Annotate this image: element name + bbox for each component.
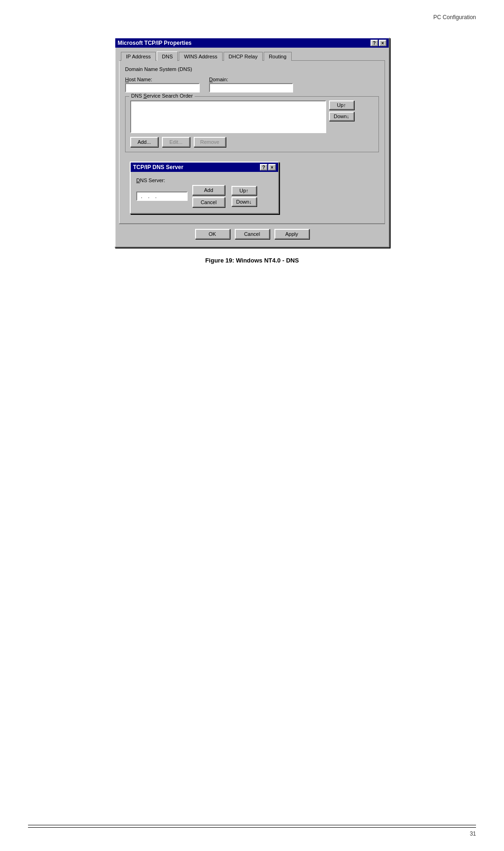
main-content: Microsoft TCP/IP Properties ? × IP Addre…: [114, 37, 390, 264]
sub-up-button[interactable]: Up↑: [231, 186, 257, 195]
main-titlebar: Microsoft TCP/IP Properties ? ×: [115, 38, 389, 48]
host-name-group: Host Name:: [125, 77, 200, 92]
sub-add-button[interactable]: Add: [192, 185, 225, 195]
sub-dialog-left: DNS Server: Add Cancel: [136, 177, 225, 207]
host-domain-row: Host Name: Domain:: [125, 77, 379, 92]
help-button[interactable]: ?: [371, 40, 378, 46]
tab-bar: IP Address DNS WINS Address DHCP Relay R…: [119, 51, 385, 61]
edit-button[interactable]: Edit...: [162, 137, 190, 147]
subdialog-space: TCP/IP DNS Server ? ×: [125, 152, 379, 218]
sub-action-buttons: Add Cancel: [192, 185, 225, 207]
dns-service-group-label: DNS Service Search Order: [129, 93, 195, 99]
sub-down-button[interactable]: Down↓: [231, 197, 257, 206]
dns-server-label: DNS Server:: [136, 177, 225, 183]
add-button[interactable]: Add...: [130, 137, 158, 147]
tab-dhcp-relay[interactable]: DHCP Relay: [224, 52, 263, 61]
sub-dialog-title: TCP/IP DNS Server: [133, 164, 183, 170]
domain-label: Domain:: [209, 77, 293, 82]
domain-shortcut: D: [209, 77, 213, 82]
sub-dialog-body: DNS Server: Add Cancel: [131, 172, 278, 213]
sub-titlebar: TCP/IP DNS Server ? ×: [131, 163, 278, 172]
dns-service-row: Up↑ Down↓: [130, 100, 374, 133]
host-name-input[interactable]: [125, 83, 200, 92]
domain-group: Domain:: [209, 77, 293, 92]
ok-button[interactable]: OK: [195, 229, 230, 239]
sub-help-button[interactable]: ?: [260, 164, 267, 170]
dns-server-ip-input[interactable]: [136, 191, 188, 201]
sub-close-button[interactable]: ×: [268, 164, 276, 170]
sub-titlebar-buttons: ? ×: [260, 164, 276, 170]
apply-button[interactable]: Apply: [274, 229, 309, 239]
sub-cancel-button[interactable]: Cancel: [192, 197, 225, 207]
page-header: PC Configuration: [434, 14, 476, 21]
figure-caption: Figure 19: Windows NT4.0 - DNS: [205, 257, 299, 264]
sub-dialog: TCP/IP DNS Server ? ×: [130, 162, 279, 214]
dns-service-buttons: Up↑ Down↓: [329, 100, 354, 121]
sub-dialog-content: DNS Server: Add Cancel: [136, 177, 273, 207]
main-dialog: Microsoft TCP/IP Properties ? × IP Addre…: [114, 37, 390, 248]
header-text: PC Configuration: [434, 14, 476, 21]
up-button[interactable]: Up↑: [329, 100, 354, 110]
main-dialog-body: IP Address DNS WINS Address DHCP Relay R…: [115, 48, 389, 247]
footer-line: [28, 825, 476, 825]
close-button[interactable]: ×: [379, 40, 386, 46]
domain-input[interactable]: [209, 83, 293, 92]
tab-ip-address[interactable]: IP Address: [121, 52, 156, 61]
dns-service-group: DNS Service Search Order Up↑ Down↓ Add..…: [125, 96, 379, 152]
dialog-container: Microsoft TCP/IP Properties ? × IP Addre…: [114, 37, 390, 248]
dns-service-listbox[interactable]: [130, 100, 326, 133]
main-dialog-title: Microsoft TCP/IP Properties: [118, 40, 191, 46]
down-button[interactable]: Down↓: [329, 112, 354, 121]
cancel-footer-button[interactable]: Cancel: [235, 229, 270, 239]
dns-section-title: Domain Name System (DNS): [125, 66, 379, 72]
remove-button[interactable]: Remove: [194, 137, 226, 147]
tab-dns[interactable]: DNS: [157, 51, 178, 61]
sub-updown-buttons: Up↑ Down↓: [231, 186, 257, 206]
dns-server-field-row: Add Cancel: [136, 185, 225, 207]
tab-content: Domain Name System (DNS) Host Name: Doma…: [119, 60, 385, 224]
page-footer: 31: [28, 827, 476, 837]
titlebar-buttons: ? ×: [371, 40, 386, 46]
dialog-footer: OK Cancel Apply: [119, 224, 385, 243]
tab-wins-address[interactable]: WINS Address: [179, 52, 223, 61]
host-name-label: Host Name:: [125, 77, 200, 82]
host-name-shortcut: H: [125, 77, 129, 82]
tab-routing[interactable]: Routing: [264, 52, 292, 61]
page-number: 31: [470, 830, 476, 837]
dns-action-buttons: Add... Edit... Remove: [130, 137, 374, 147]
